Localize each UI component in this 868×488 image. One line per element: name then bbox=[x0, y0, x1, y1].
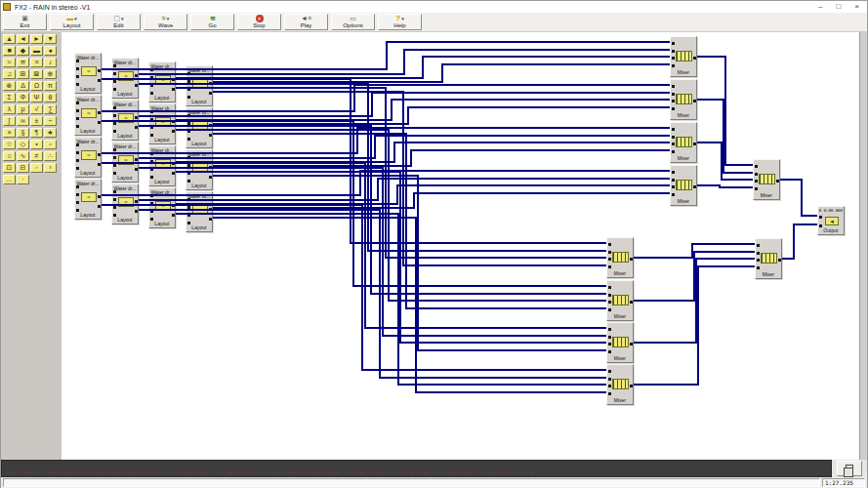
source-module[interactable]: Water dr...≈Layout bbox=[74, 53, 102, 94]
module-label: Mixer bbox=[671, 155, 696, 161]
source-module[interactable]: Water dr...≈Layout bbox=[186, 191, 213, 232]
source-module[interactable]: Water dr...≈Layout bbox=[186, 107, 213, 148]
maximize-button[interactable]: □ bbox=[836, 2, 841, 12]
source-module[interactable]: Water dr...≈Layout bbox=[148, 145, 176, 186]
mixer-module[interactable]: Mixer bbox=[670, 165, 697, 206]
palette-tool-button[interactable]: ▪ bbox=[30, 140, 43, 149]
mixer-module[interactable]: Mixer bbox=[670, 122, 697, 163]
palette-tool-button[interactable]: Ψ bbox=[30, 93, 43, 102]
source-module[interactable]: Water dr...≈Layout bbox=[111, 142, 139, 183]
palette-tool-button[interactable]: Ω bbox=[30, 81, 43, 91]
palette-tool-button[interactable]: ∿ bbox=[17, 151, 29, 161]
palette-tool-button[interactable]: · bbox=[17, 175, 29, 184]
palette-tool-button[interactable]: μ bbox=[17, 104, 29, 114]
palette-tool-button[interactable]: ± bbox=[30, 116, 43, 126]
palette-tool-button[interactable]: ≡ bbox=[30, 58, 43, 67]
palette-tool-button[interactable]: ÷ bbox=[44, 116, 57, 126]
source-module[interactable]: Water dr...≈Layout bbox=[186, 65, 213, 106]
go-button[interactable]: ≋Go bbox=[190, 14, 234, 30]
palette-tool-button[interactable]: ► bbox=[30, 34, 43, 44]
stop-button[interactable]: ✕Stop bbox=[237, 14, 281, 30]
palette-tool-button[interactable]: ★ bbox=[44, 128, 57, 138]
options-button[interactable]: ▭Options bbox=[331, 14, 375, 30]
palette-tool-button[interactable]: ∴ bbox=[44, 151, 57, 161]
mixer-module[interactable]: Mixer bbox=[755, 238, 782, 279]
input-pin bbox=[187, 72, 190, 75]
palette-tool-button[interactable]: ⊞ bbox=[17, 69, 29, 79]
mixer-module[interactable]: Mixer bbox=[606, 237, 634, 278]
palette-tool-button[interactable]: ⊠ bbox=[30, 69, 43, 79]
source-module[interactable]: Water dr...≈Layout bbox=[111, 183, 139, 224]
palette-tool-button[interactable]: … bbox=[3, 175, 16, 184]
palette-tool-button[interactable]: ⊕ bbox=[44, 69, 57, 79]
palette-tool-button[interactable]: § bbox=[17, 128, 29, 138]
palette-tool-button[interactable]: ▬ bbox=[30, 46, 43, 56]
palette-tool-button[interactable]: ≠ bbox=[30, 151, 43, 161]
palette-tool-button[interactable]: × bbox=[3, 128, 16, 138]
source-module[interactable]: Water dr...≈Layout bbox=[74, 137, 102, 178]
palette-tool-button[interactable]: ● bbox=[44, 46, 57, 56]
waveform-icon: ≈ bbox=[81, 150, 97, 160]
palette-tool-button[interactable]: ≋ bbox=[17, 58, 29, 67]
palette-tool-button[interactable]: ■ bbox=[3, 46, 16, 56]
output-pin bbox=[209, 134, 212, 137]
palette-tool-button[interactable]: ⌂ bbox=[3, 151, 16, 161]
mixer-module[interactable]: Mixer bbox=[606, 280, 634, 321]
palette-tool-button[interactable]: Φ bbox=[17, 93, 29, 102]
palette-tool-button[interactable]: π bbox=[44, 81, 57, 91]
palette-tool-button[interactable]: ∞ bbox=[17, 116, 29, 126]
palette-tool-button[interactable]: ⊡ bbox=[3, 163, 16, 173]
palette-tool-button[interactable]: θ bbox=[44, 93, 57, 102]
palette-tool-button[interactable]: ◇ bbox=[17, 140, 29, 149]
close-button[interactable]: × bbox=[854, 2, 859, 12]
cube-button[interactable] bbox=[837, 461, 862, 476]
mixer-module[interactable]: Mixer bbox=[753, 159, 780, 200]
mixer-module[interactable]: Mixer bbox=[606, 364, 634, 405]
palette-tool-button[interactable]: ◄ bbox=[17, 34, 29, 44]
palette-tool-button[interactable]: Σ bbox=[3, 93, 16, 102]
source-module[interactable]: Water dr...≈Layout bbox=[74, 179, 102, 220]
palette-tool-button[interactable]: ♫ bbox=[3, 69, 16, 79]
source-module[interactable]: Water dr...≈Layout bbox=[111, 100, 139, 141]
source-module[interactable]: Water dr...≈Layout bbox=[148, 187, 176, 228]
palette-tool-button[interactable]: ∫ bbox=[3, 116, 16, 126]
source-module[interactable]: Water dr...≈Layout bbox=[186, 149, 213, 190]
palette-tool-button[interactable]: √ bbox=[30, 104, 43, 114]
palette-tool-button[interactable]: λ bbox=[3, 104, 16, 114]
palette-tool-button[interactable]: ⊗ bbox=[3, 81, 16, 91]
palette-tool-button[interactable]: ☆ bbox=[3, 140, 16, 149]
palette-tool-button[interactable]: Δ bbox=[17, 81, 29, 91]
source-module[interactable]: Water dr...≈Layout bbox=[111, 58, 139, 99]
input-pin bbox=[150, 152, 153, 155]
layout-button[interactable]: ▬▾Layout bbox=[50, 14, 94, 30]
play-button[interactable]: ◄≡Play bbox=[284, 14, 328, 30]
palette-tool-button[interactable]: ≈ bbox=[3, 58, 16, 67]
source-module[interactable]: Water dr...≈Layout bbox=[148, 103, 176, 144]
source-module[interactable]: Water dr...≈Layout bbox=[148, 61, 176, 102]
edit-button[interactable]: ▢▾Edit bbox=[97, 14, 141, 30]
palette-tool-button[interactable]: ▫ bbox=[44, 140, 57, 149]
wave-button[interactable]: ≈▾Wave bbox=[144, 14, 187, 30]
palette-tool-button[interactable]: ⊟ bbox=[17, 163, 29, 173]
mixer-module[interactable]: Mixer bbox=[670, 79, 697, 120]
input-pin bbox=[757, 259, 760, 262]
vertical-scrollbar[interactable] bbox=[859, 32, 867, 460]
mixer-module[interactable]: Mixer bbox=[670, 36, 697, 77]
palette-tool-button[interactable]: ♪ bbox=[44, 58, 57, 67]
palette-tool-button[interactable]: ▲ bbox=[3, 34, 16, 44]
output-module[interactable]: 0 0:00.000◄Output bbox=[817, 206, 845, 235]
palette-tool-button[interactable]: ▼ bbox=[44, 34, 57, 44]
palette-tool-button[interactable]: ∑ bbox=[44, 104, 57, 114]
patch-canvas[interactable]: Water dr...≈LayoutWater dr...≈LayoutWate… bbox=[62, 32, 859, 460]
palette-tool-button[interactable]: ◆ bbox=[17, 46, 29, 56]
minimize-button[interactable]: – bbox=[818, 2, 822, 12]
palette-tool-button[interactable]: › bbox=[44, 163, 57, 173]
help-button[interactable]: ?▾Help bbox=[378, 14, 422, 30]
module-label: Mixer bbox=[607, 397, 633, 403]
output-pin bbox=[98, 111, 101, 114]
palette-tool-button[interactable]: ¶ bbox=[30, 128, 43, 138]
source-module[interactable]: Water dr...≈Layout bbox=[74, 95, 102, 136]
exit-button[interactable]: ▣Exit bbox=[3, 14, 47, 30]
mixer-module[interactable]: Mixer bbox=[606, 322, 634, 363]
palette-tool-button[interactable]: ◦ bbox=[30, 163, 43, 173]
